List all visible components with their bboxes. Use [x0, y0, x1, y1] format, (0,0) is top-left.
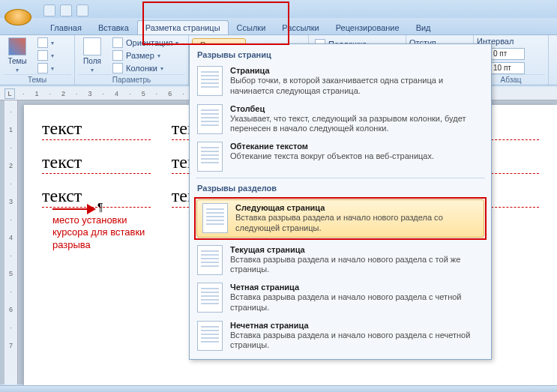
breaks-menu: Разрывы страниц Страница Выбор точки, в …: [189, 43, 492, 360]
menu-item-title: Нечетная страница: [230, 321, 484, 330]
tab-page-layout[interactable]: Разметка страницы: [137, 20, 229, 34]
tab-mailings[interactable]: Рассылки: [274, 20, 327, 34]
tab-home[interactable]: Главная: [42, 20, 90, 34]
menu-item-title: Четная страница: [230, 283, 484, 292]
page-break-icon: [197, 66, 223, 96]
sample-text: текст: [42, 152, 151, 174]
columns-icon: [112, 63, 123, 73]
theme-effects-button[interactable]: ▾: [34, 62, 57, 74]
themes-icon: [8, 37, 26, 55]
menu-item-even-page[interactable]: Четная страница Вставка разрыва раздела …: [191, 279, 490, 317]
column-break-icon: [197, 104, 223, 134]
tab-review[interactable]: Рецензирование: [328, 20, 408, 34]
effects-icon: [37, 63, 48, 73]
menu-header-section-breaks: Разрывы разделов: [191, 181, 490, 196]
menu-item-title: Обтекание текстом: [230, 142, 484, 151]
spacing-after-input[interactable]: 10 пт: [490, 62, 525, 74]
menu-item-continuous[interactable]: Текущая страница Вставка разрыва раздела…: [191, 241, 490, 280]
columns-button[interactable]: Колонки▾: [109, 62, 181, 74]
tab-view[interactable]: Вид: [408, 20, 439, 34]
pilcrow-icon: ¶: [97, 201, 103, 213]
vertical-ruler[interactable]: ·1·2·3·4·5·6·7: [4, 100, 18, 385]
group-themes: Темы ▾ ▾ ▾ ▾ Темы: [0, 35, 75, 85]
sample-text: текст: [42, 118, 151, 140]
group-page-setup: Поля ▾ Ориентация▾ Размер▾ Колонки▾ Пара…: [75, 35, 189, 85]
fonts-icon: [37, 50, 48, 61]
ribbon-tabs: Главная Вставка Разметка страницы Ссылки…: [0, 18, 557, 34]
tab-selector[interactable]: L: [4, 88, 15, 99]
save-icon[interactable]: [43, 4, 55, 16]
menu-item-title: Текущая страница: [230, 245, 484, 254]
continuous-icon: [197, 245, 223, 275]
menu-item-desc: Вставка разрыва раздела и начало нового …: [235, 213, 478, 234]
even-page-icon: [197, 283, 223, 313]
menu-item-page-break[interactable]: Страница Выбор точки, в которой заканчив…: [191, 62, 490, 100]
menu-header-page-breaks: Разрывы страниц: [191, 47, 490, 62]
menu-separator: [196, 178, 485, 178]
office-button[interactable]: [4, 9, 31, 25]
margins-label: Поля: [83, 57, 101, 65]
menu-item-desc: Выбор точки, в которой заканчивается одн…: [230, 76, 484, 97]
spacing-before-input[interactable]: 0 пт: [490, 48, 525, 60]
menu-item-odd-page[interactable]: Нечетная страница Вставка разрыва раздел…: [191, 317, 490, 355]
menu-item-title: Страница: [230, 66, 484, 75]
menu-item-title: Следующая страница: [235, 203, 478, 212]
colors-icon: [37, 37, 48, 48]
margins-button[interactable]: Поля ▾: [78, 37, 106, 74]
annotation-note: место установки курсора для вставки разр…: [52, 214, 165, 251]
orientation-icon: [112, 37, 123, 48]
annotation-arrow: [52, 204, 97, 214]
odd-page-icon: [197, 321, 223, 351]
quick-access-toolbar: [43, 4, 88, 18]
theme-fonts-button[interactable]: ▾: [34, 49, 57, 61]
text-wrapping-icon: [197, 142, 223, 172]
menu-item-desc: Обтекание текста вокруг объектов на веб-…: [230, 151, 484, 162]
size-icon: [112, 50, 123, 61]
annotation-frame-next-page: Следующая страница Вставка разрыва разде…: [194, 197, 487, 240]
undo-icon[interactable]: [60, 4, 72, 16]
theme-colors-button[interactable]: ▾: [34, 37, 57, 49]
title-bar: [0, 0, 557, 18]
group-label-themes: Темы: [3, 74, 71, 85]
menu-item-desc: Указывает, что текст, следующий за разры…: [230, 114, 484, 135]
menu-item-column-break[interactable]: Столбец Указывает, что текст, следующий …: [191, 100, 490, 139]
menu-item-desc: Вставка разрыва раздела и начало нового …: [230, 331, 484, 352]
menu-item-text-wrapping[interactable]: Обтекание текстом Обтекание текста вокру…: [191, 138, 490, 175]
orientation-button[interactable]: Ориентация▾: [109, 37, 181, 49]
status-bar: [0, 385, 557, 392]
themes-button[interactable]: Темы ▾: [3, 37, 31, 74]
menu-item-title: Столбец: [230, 104, 484, 113]
redo-icon[interactable]: [76, 4, 88, 16]
themes-label: Темы: [7, 57, 26, 65]
menu-item-desc: Вставка разрыва раздела и начало нового …: [230, 292, 484, 313]
margins-icon: [83, 37, 101, 55]
menu-item-desc: Вставка разрыва раздела и начало нового …: [230, 255, 484, 276]
tab-insert[interactable]: Вставка: [90, 20, 137, 34]
menu-item-next-page[interactable]: Следующая страница Вставка разрыва разде…: [196, 199, 484, 238]
next-page-icon: [202, 203, 228, 233]
group-label-page-setup: Параметрь: [78, 74, 185, 85]
size-button[interactable]: Размер▾: [109, 49, 181, 61]
tab-references[interactable]: Ссылки: [229, 20, 274, 34]
